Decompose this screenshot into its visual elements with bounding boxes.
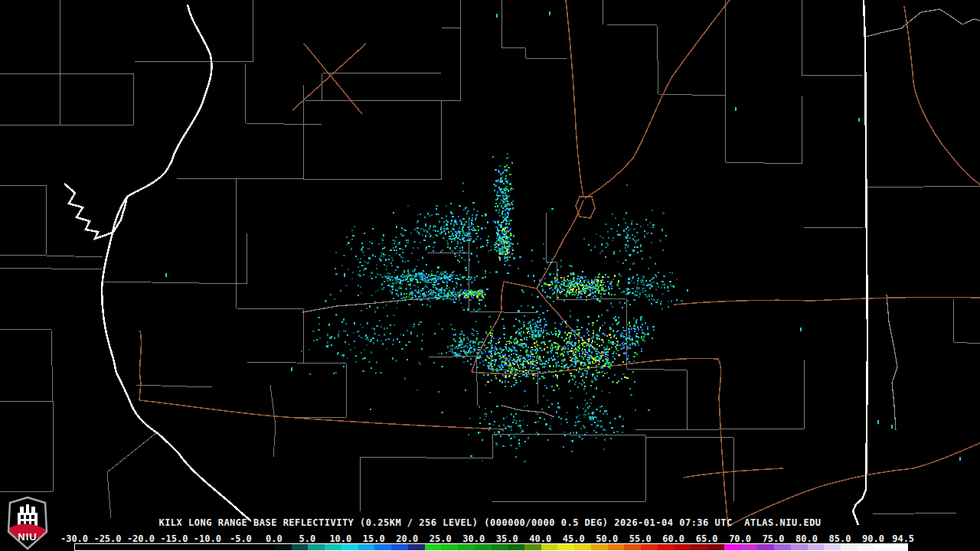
scale-tick-label: -15.0: [160, 533, 188, 544]
scale-tick-label: 35.0: [496, 533, 518, 544]
niu-logo: NIU: [6, 496, 49, 551]
river-lines-layer: [302, 9, 980, 430]
scale-tick-label: 25.0: [430, 533, 452, 544]
county-boundaries-layer: [0, 0, 980, 518]
scale-tick-label: 0.0: [266, 533, 283, 544]
scale-tick-label: 94.5: [892, 533, 914, 544]
scale-tick-label: 10.0: [329, 533, 351, 544]
scale-tick-label: 30.0: [462, 533, 485, 544]
scale-tick-label: 75.0: [763, 533, 785, 544]
scale-tick-label: 70.0: [729, 533, 751, 544]
scale-tick-label: 40.0: [529, 533, 551, 544]
scale-tick-label: 80.0: [795, 533, 818, 544]
scale-tick-label: 5.0: [299, 533, 316, 544]
radar-echo-layer: [165, 11, 961, 462]
state-border-layer: [64, 0, 867, 525]
colorbar-scale-labels: -30.0-25.0-20.0-15.0-10.0-5.00.05.010.01…: [0, 533, 980, 543]
scale-tick-label: -30.0: [60, 533, 88, 544]
radar-map: [0, 0, 980, 551]
scale-tick-label: 85.0: [829, 533, 851, 544]
scale-tick-label: 45.0: [563, 533, 585, 544]
reflectivity-colorbar: [74, 543, 908, 551]
scale-tick-label: -10.0: [194, 533, 221, 544]
scale-tick-label: -25.0: [93, 533, 121, 544]
highway-lines-layer: [139, 0, 980, 527]
scale-tick-label: 55.0: [629, 533, 652, 544]
scale-tick-label: -20.0: [127, 533, 155, 544]
product-title: KILX LONG RANGE BASE REFLECTIVITY (0.25K…: [0, 517, 980, 528]
scale-tick-label: 90.0: [862, 533, 884, 544]
radar-display: KILX LONG RANGE BASE REFLECTIVITY (0.25K…: [0, 0, 980, 551]
scale-tick-label: 20.0: [396, 533, 418, 544]
scale-tick-label: 50.0: [596, 533, 618, 544]
scale-tick-label: -5.0: [230, 533, 252, 544]
scale-tick-label: 65.0: [696, 533, 718, 544]
scale-tick-label: 60.0: [662, 533, 684, 544]
scale-tick-label: 15.0: [363, 533, 385, 544]
niu-logo-text: NIU: [18, 531, 37, 543]
